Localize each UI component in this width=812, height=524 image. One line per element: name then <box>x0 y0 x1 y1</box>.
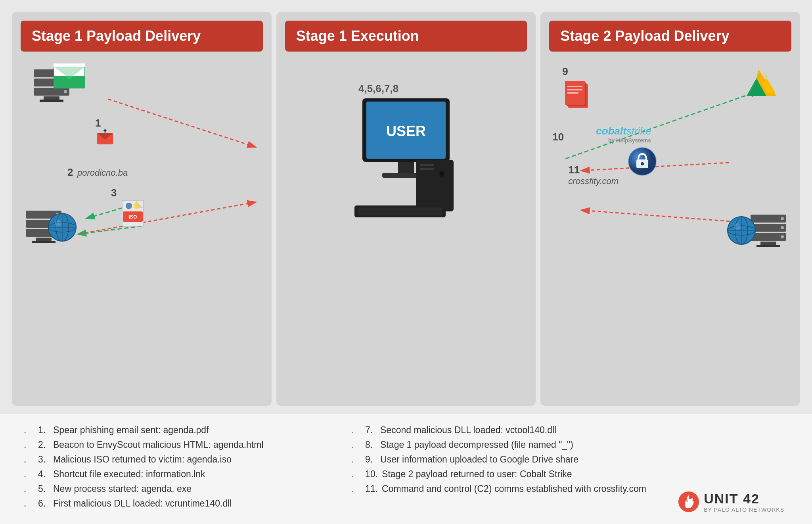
svg-rect-85 <box>756 245 780 247</box>
stage2-header: Stage 1 Execution <box>285 21 527 52</box>
svg-text:ISO: ISO <box>129 214 137 220</box>
gdrive-svg <box>745 67 780 99</box>
svg-rect-45 <box>398 162 414 174</box>
note-8: 8. Stage 1 payload decompressed (file na… <box>351 440 654 450</box>
stage1-header: Stage 1 Payload Delivery <box>21 21 263 52</box>
computer-group: USER 4,5,6,7 <box>347 94 465 223</box>
step11-label: 11 crossfity.com <box>568 164 619 186</box>
svg-point-35 <box>55 220 61 226</box>
svg-text:USER: USER <box>386 123 426 139</box>
note-7: 7. Second malicious DLL loaded: vctool14… <box>351 425 654 436</box>
svg-rect-47 <box>416 160 454 211</box>
svg-marker-20 <box>103 129 107 131</box>
email-icon <box>54 63 85 89</box>
note-10: 10. Stage 2 payload returned to user: Co… <box>351 469 654 480</box>
note-6: 6. First malicious DLL loaded: vcruntime… <box>24 498 327 509</box>
svg-point-82 <box>781 226 784 229</box>
note-1: 1. Spear phishing email sent: agenda.pdf <box>24 425 327 436</box>
svg-rect-48 <box>420 164 434 166</box>
svg-point-76 <box>641 162 644 165</box>
note-5: 5. New process started: agenda. exe <box>24 484 327 494</box>
stage2-box: Stage 1 Execution USER <box>276 12 536 406</box>
svg-rect-84 <box>760 242 776 245</box>
stage3-box: Stage 2 Payload Delivery <box>540 12 800 406</box>
stacked-docs-icon <box>564 79 590 109</box>
svg-line-56 <box>582 210 741 222</box>
svg-line-54 <box>566 91 758 159</box>
globe-icon-right <box>727 216 756 246</box>
notes-col-left: 1. Spear phishing email sent: agenda.pdf… <box>24 425 327 513</box>
svg-rect-53 <box>358 207 442 215</box>
svg-line-3 <box>79 202 255 234</box>
iso-file-icon: ISO <box>119 199 147 228</box>
svg-point-41 <box>134 203 140 209</box>
svg-rect-49 <box>420 168 434 170</box>
note-3: 3. Malicious ISO returned to victim: age… <box>24 454 327 465</box>
globe-icon-left <box>48 213 77 242</box>
svg-point-40 <box>126 203 132 209</box>
step1-label: 1 <box>95 117 115 149</box>
svg-rect-11 <box>40 100 63 102</box>
note-4: 4. Shortcut file executed: information.l… <box>24 469 327 480</box>
cobalt-sphere-icon <box>628 147 657 177</box>
computer-icon: USER <box>347 94 465 221</box>
stage1-box: Stage 1 Payload Delivery <box>12 12 272 406</box>
server-globe-right-group <box>749 213 788 250</box>
docs-icon-group: 9 <box>564 79 590 111</box>
step2-label: 2 porodicno.ba <box>67 166 128 179</box>
svg-rect-10 <box>44 96 59 100</box>
svg-rect-72 <box>567 89 582 90</box>
unit42-flame-icon <box>678 491 700 513</box>
step-456-label: 4,5,6,7,8 <box>358 83 398 95</box>
cobalt-strike-group: 10 cobaltstrike by HelpSystems <box>628 147 657 178</box>
svg-rect-71 <box>567 86 582 87</box>
stage3-header: Stage 2 Payload Delivery <box>549 21 791 52</box>
server-globe-group <box>24 209 63 246</box>
notes-col-right: 7. Second malicious DLL loaded: vctool14… <box>351 425 654 513</box>
svg-point-51 <box>440 172 444 176</box>
note-9: 9. User information uploaded to Google D… <box>351 454 654 465</box>
notes-section: 1. Spear phishing email sent: agenda.pdf… <box>0 414 812 524</box>
svg-rect-73 <box>567 92 578 94</box>
svg-line-0 <box>108 99 255 147</box>
svg-point-92 <box>734 223 741 230</box>
svg-point-83 <box>781 235 784 238</box>
unit42-logo: UNIT 42 BY PALO ALTO NETWORKS <box>678 425 792 513</box>
svg-point-81 <box>781 217 784 220</box>
note-2: 2. Beacon to EnvyScout malicious HTML: a… <box>24 440 327 450</box>
note-11: 11. Command and control (C2) comms estab… <box>351 484 654 494</box>
step1-icon <box>95 129 115 149</box>
iso-icon-group: 3 ISO <box>119 199 147 230</box>
server-email-group <box>32 67 71 105</box>
google-drive-icon <box>745 67 780 101</box>
